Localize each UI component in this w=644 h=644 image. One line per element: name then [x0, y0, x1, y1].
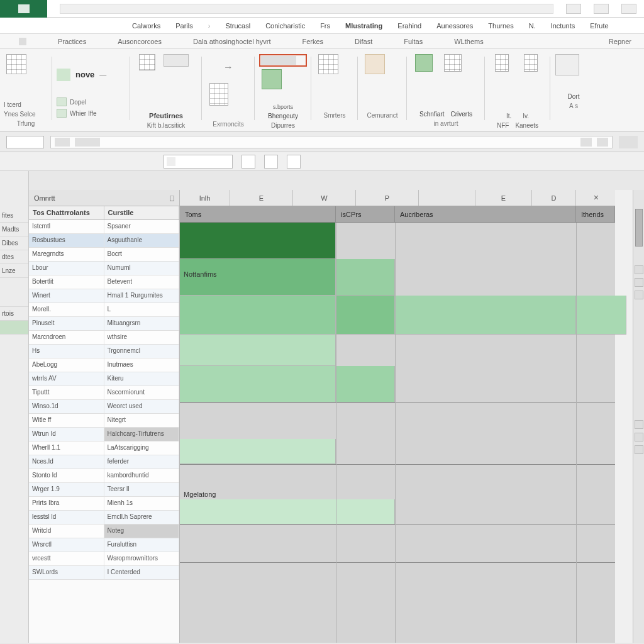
g2-item-0[interactable]: Dopel: [57, 97, 126, 106]
subtab-0[interactable]: Practices: [58, 38, 86, 45]
panel-row[interactable]: PinuseltMituangrsrn: [29, 317, 179, 331]
panel-row[interactable]: WritcldNoteg: [29, 525, 179, 538]
tab-1[interactable]: Parils: [175, 22, 193, 30]
vertical-scrollbar[interactable]: [633, 190, 644, 643]
panel-row[interactable]: Wtrun IdHalchcarg-Tirfutrens: [29, 428, 179, 441]
panel-col1[interactable]: Tos Chattrrolants: [29, 206, 104, 219]
ch-4[interactable]: [419, 190, 475, 206]
cell-r5c1[interactable]: [180, 366, 336, 402]
rh-5[interactable]: rtois: [0, 307, 28, 321]
panel-row[interactable]: Nces.Idfeferder: [29, 455, 179, 469]
subtab-4[interactable]: Difast: [355, 38, 372, 45]
tab-3[interactable]: Conicharistic: [265, 22, 305, 30]
tab-6[interactable]: Erahind: [397, 22, 421, 30]
g7-btn[interactable]: [362, 54, 387, 91]
tab-0[interactable]: Calworks: [132, 22, 160, 30]
g3-btn-2[interactable]: [164, 54, 189, 91]
scroll-thumb[interactable]: [635, 209, 643, 247]
formula-input[interactable]: [50, 136, 613, 148]
tab-11[interactable]: Efrute: [590, 22, 608, 30]
g1-item-0[interactable]: I tcerd: [4, 101, 48, 108]
panel-row[interactable]: lesstsl ldEmcll.h Saprere: [29, 511, 179, 525]
panel-col2[interactable]: Curstile: [104, 206, 180, 219]
ch-6[interactable]: D: [532, 190, 576, 206]
cell-r7c1[interactable]: [180, 439, 336, 464]
name-box[interactable]: [6, 136, 44, 148]
g10-btn-1[interactable]: [489, 54, 514, 91]
g8-btn-1[interactable]: [411, 54, 436, 91]
rh-2[interactable]: Dibes: [0, 236, 28, 250]
tab-10[interactable]: Inctunts: [551, 22, 575, 30]
grid-body[interactable]: Nottanfims Mgelatong: [180, 223, 615, 643]
subtab-6[interactable]: WLthems: [454, 38, 483, 45]
panel-row[interactable]: wtrrls AVKiteru: [29, 372, 179, 386]
cell-r3c2[interactable]: [336, 296, 395, 335]
tab-9[interactable]: N.: [529, 22, 536, 30]
panel-row[interactable]: WinertHmall 1 Rurgurnites: [29, 289, 179, 303]
panel-row[interactable]: LbourNumuml: [29, 262, 179, 275]
panel-row[interactable]: WrsrctlFuraluttisn: [29, 538, 179, 552]
rh-1[interactable]: Madts: [0, 223, 28, 236]
tool-sq-2[interactable]: [264, 155, 278, 169]
win-btn-3[interactable]: [621, 4, 636, 14]
rh-3[interactable]: dtes: [0, 250, 28, 264]
g1-item-1[interactable]: Ynes Selce: [4, 111, 48, 118]
tab-8[interactable]: Thurnes: [488, 22, 513, 30]
ch-5[interactable]: E: [475, 190, 532, 206]
tool-sq-3[interactable]: [287, 155, 301, 169]
cell-r5c2[interactable]: [336, 366, 395, 402]
g2-icon[interactable]: [57, 69, 70, 81]
subtab-1[interactable]: Ausoncorcoes: [118, 38, 162, 45]
panel-row[interactable]: RosbustuesAsguuthanle: [29, 234, 179, 248]
rh-4[interactable]: Lnze: [0, 264, 28, 278]
ribbon-btn-g1[interactable]: [4, 54, 29, 91]
panel-row[interactable]: MaregrndtsBocrt: [29, 248, 179, 262]
g10-btn-2[interactable]: [518, 54, 543, 91]
rh-sel[interactable]: [0, 321, 28, 335]
tab-4[interactable]: Frs: [320, 22, 330, 30]
dropdown-1[interactable]: [164, 155, 233, 169]
panel-row[interactable]: Morell.L: [29, 303, 179, 317]
panel-row[interactable]: IstcmtlSpsaner: [29, 220, 179, 234]
panel-row[interactable]: Prirts IbraMienh 1s: [29, 497, 179, 511]
cell-r3c1[interactable]: [180, 296, 336, 335]
panel-row[interactable]: Witle ffNitegrt: [29, 414, 179, 428]
panel-row[interactable]: BotertlitBetevent: [29, 275, 179, 289]
tab-2[interactable]: Strucasl: [225, 22, 250, 30]
ch-2[interactable]: W: [293, 190, 356, 206]
g2-item-1[interactable]: Whier Iffe: [57, 109, 126, 118]
cell-r3c3[interactable]: [395, 296, 576, 335]
cell-r2c2[interactable]: [336, 259, 395, 296]
subtab-5[interactable]: Fultas: [404, 38, 423, 45]
g3-btn-1[interactable]: [135, 54, 160, 91]
cell-r3c4[interactable]: [576, 296, 626, 335]
subtab-7[interactable]: Repner: [609, 38, 631, 45]
panel-row[interactable]: Stonto ldkambordhuntid: [29, 469, 179, 483]
fx-btn[interactable]: [619, 136, 638, 148]
panel-row[interactable]: Wherll 1.1LaAtscarigging: [29, 441, 179, 455]
win-btn-1[interactable]: [566, 4, 581, 14]
ch-3[interactable]: P: [356, 190, 419, 206]
panel-row[interactable]: AbeLoggInutmaes: [29, 358, 179, 372]
tab-7[interactable]: Aunessores: [436, 22, 473, 30]
panel-row[interactable]: vrcesttWsropmrownittors: [29, 552, 179, 566]
cell-r1c1[interactable]: [180, 223, 336, 259]
tab-5[interactable]: Mlustrating: [345, 22, 382, 30]
panel-collapse-icon[interactable]: ⎕: [170, 194, 174, 202]
tool-sq-1[interactable]: [242, 155, 255, 169]
subtab-icon[interactable]: [19, 38, 26, 45]
cell-r4c1[interactable]: [180, 335, 336, 366]
g5-btn[interactable]: [259, 69, 284, 101]
subtab-2[interactable]: Dala athosinghoctel hyvrt: [193, 38, 271, 45]
panel-row[interactable]: TiputttNscormiorunt: [29, 386, 179, 400]
app-logo[interactable]: [0, 0, 47, 18]
panel-row[interactable]: Marcndroenwthsire: [29, 331, 179, 345]
g5-selected[interactable]: [259, 54, 307, 67]
ch-1[interactable]: E: [230, 190, 293, 206]
g4-btn[interactable]: [206, 83, 231, 118]
close-icon[interactable]: ×: [594, 192, 599, 203]
panel-row[interactable]: SWLordsI Centerded: [29, 566, 179, 580]
rh-0[interactable]: fites: [0, 209, 28, 223]
g6-btn[interactable]: [316, 54, 341, 91]
cell-r8c1[interactable]: [180, 499, 395, 525]
